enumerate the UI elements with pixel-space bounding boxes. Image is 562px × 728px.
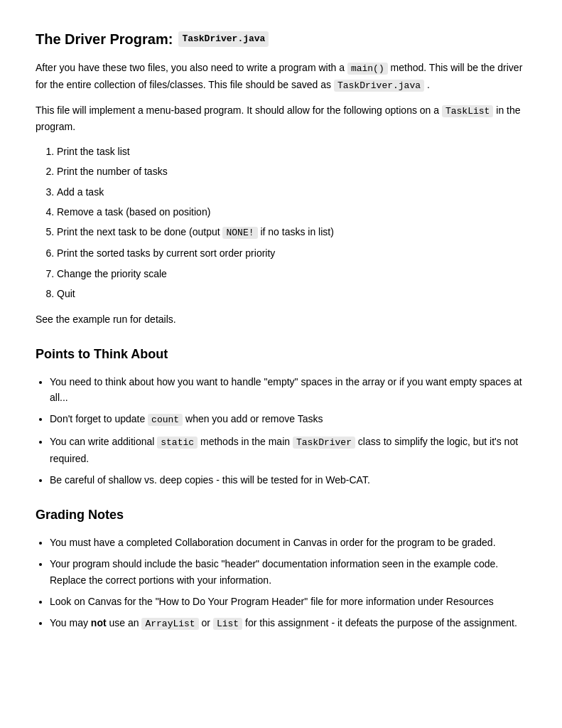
driver-program-para2: This file will implement a menu-based pr… [36,102,526,135]
list-item: Print the number of tasks [57,164,526,179]
points-bullet3-before: You can write additional [50,436,154,447]
static-code: static [157,437,198,449]
grading-bullet4-middle: use an [109,617,142,628]
points-bullet1: You need to think about how you want to … [50,376,522,403]
count-code: count [148,414,183,426]
list-item: Print the task list [57,144,526,159]
para2-code: TaskList [442,105,493,117]
points-bullet3-middle: methods in the main [200,436,293,447]
points-bullet4: Be careful of shallow vs. deep copies - … [50,474,370,486]
para1-text-end: . [427,79,430,90]
list-item: You must have a completed Collaboration … [50,535,526,550]
menu-options-list: Print the task list Print the number of … [57,144,526,302]
list-item: Don't forget to update count when you ad… [50,411,526,428]
driver-program-heading-code: TaskDriver.java [178,31,269,47]
points-list: You need to think about how you want to … [50,374,526,488]
para1-code1: main() [347,63,388,75]
points-heading: Points to Think About [36,345,526,364]
grading-bullet4-strong: not [91,617,107,628]
points-bullet2-after: when you add or remove Tasks [185,413,323,424]
list-item: Look on Canvas for the "How to Do Your P… [50,594,526,609]
list-item: Quit [57,286,526,301]
list-item: Remove a task (based on position) [57,204,526,220]
grading-bullet2: Your program should include the basic "h… [50,558,498,585]
arraylist-code: ArrayList [141,618,198,630]
list-item: Your program should include the basic "h… [50,556,526,588]
driver-program-para1: After you have these two files, you also… [36,60,526,94]
none-code: NONE! [222,227,257,239]
points-bullet2-before: Don't forget to update [50,413,145,424]
para2-text-before: This file will implement a menu-based pr… [36,105,439,116]
list-item: Add a task [57,184,526,200]
driver-program-heading-text: The Driver Program: [36,28,173,50]
list-item: Change the priority scale [57,266,526,282]
list-item: Be careful of shallow vs. deep copies - … [50,472,526,488]
grading-bullet3: Look on Canvas for the "How to Do Your P… [50,596,494,607]
points-section: Points to Think About You need to think … [36,345,526,488]
grading-list: You must have a completed Collaboration … [50,535,526,632]
or-text: or [202,617,213,628]
list-item: You may not use an ArrayList or List for… [50,615,526,632]
list-item: Print the sorted tasks by current sort o… [57,245,526,261]
driver-program-heading: The Driver Program: TaskDriver.java [36,28,526,50]
grading-bullet1: You must have a completed Collaboration … [50,537,496,548]
list-code: List [213,618,242,630]
para1-text-before: After you have these two files, you also… [36,62,345,73]
grading-heading: Grading Notes [36,505,526,525]
taskdriver-code: TaskDriver [293,437,355,449]
grading-section: Grading Notes You must have a completed … [36,505,526,632]
para1-code2: TaskDriver.java [334,80,424,92]
list-item: You can write additional static methods … [50,434,526,466]
grading-bullet4-after: for this assignment - it defeats the pur… [245,617,517,628]
grading-bullet4-before: You may [50,617,88,628]
list-item: Print the next task to be done (output N… [57,224,526,241]
driver-program-section: The Driver Program: TaskDriver.java Afte… [36,28,526,328]
example-run-text: See the example run for details. [36,311,526,327]
list-item: You need to think about how you want to … [50,374,526,406]
